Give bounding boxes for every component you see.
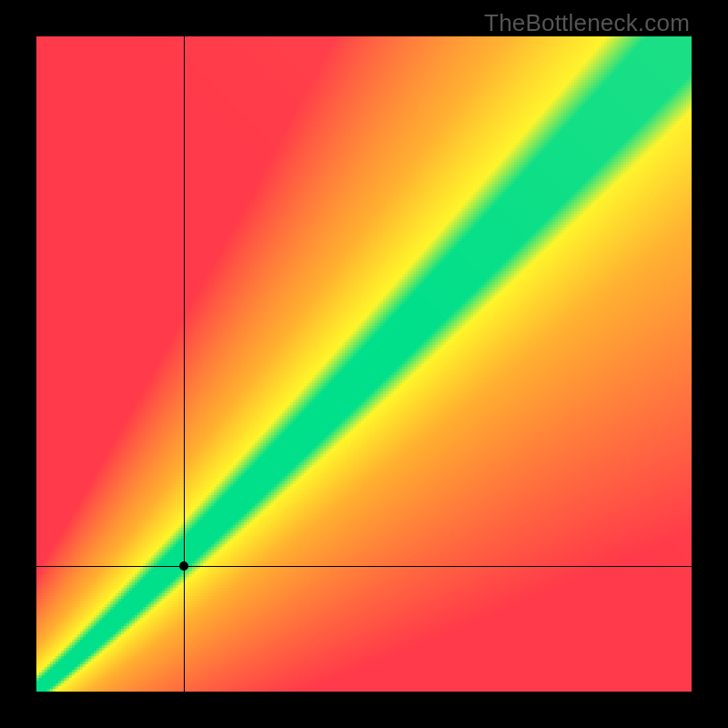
watermark-text: TheBottleneck.com	[484, 9, 690, 37]
chart-frame: TheBottleneck.com	[0, 0, 728, 728]
plot-area	[36, 36, 692, 692]
heatmap-canvas	[36, 36, 692, 692]
